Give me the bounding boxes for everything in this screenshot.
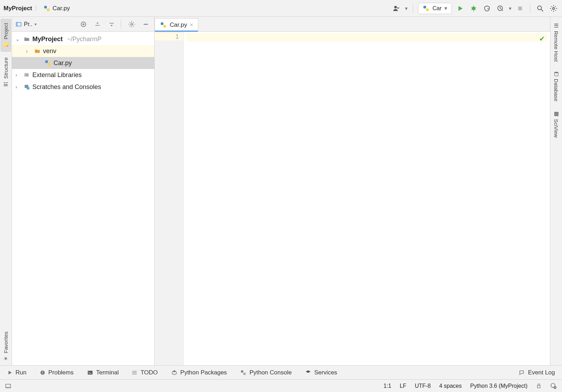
caret-position[interactable]: 1:1 — [383, 383, 391, 389]
left-tool-rail: 📁 Project ☴ Structure ★ Favorites — [0, 17, 12, 365]
project-panel-title-text: Pr.. — [24, 21, 32, 27]
svg-point-47 — [132, 372, 133, 373]
run-tool-tab[interactable]: Run — [7, 369, 26, 376]
tree-item-label: Car.py — [54, 59, 72, 67]
debug-button[interactable] — [469, 4, 479, 13]
python-interpreter[interactable]: Python 3.6 (MyProject) — [470, 383, 527, 389]
toolbar-right: ▾ Car ▾ ▾ — [392, 3, 558, 14]
svg-rect-36 — [161, 23, 164, 25]
file-encoding[interactable]: UTF-8 — [415, 383, 431, 389]
breadcrumb-project[interactable]: MyProject — [4, 5, 32, 12]
vcs-user-icon[interactable] — [392, 4, 401, 13]
svg-line-14 — [500, 8, 501, 9]
event-log-tool-tab[interactable]: Event Log — [519, 369, 555, 376]
right-tool-rail: ☰ Remote Host Database ▦ SciView — [550, 17, 562, 365]
chevron-right-icon: › — [15, 84, 21, 90]
chevron-down-icon: ⌄ — [15, 36, 21, 42]
panel-settings-button[interactable] — [127, 19, 137, 29]
svg-rect-33 — [27, 73, 28, 77]
run-tool-label: Run — [15, 369, 26, 376]
ide-status-icon[interactable] — [550, 382, 557, 390]
project-tool-tab[interactable]: 📁 Project — [1, 19, 11, 52]
terminal-tool-label: Terminal — [96, 369, 119, 376]
tree-root-name: MyProject — [32, 36, 63, 43]
settings-button[interactable] — [549, 4, 558, 13]
project-panel-title[interactable]: Pr.. ▾ — [15, 21, 37, 27]
inspection-ok-icon[interactable]: ✔ — [539, 34, 545, 43]
tree-item-carpy[interactable]: Car.py — [12, 57, 154, 69]
top-toolbar: MyProject 〉 Car.py ▾ Car ▾ ▾ — [0, 0, 562, 17]
run-button[interactable] — [455, 4, 465, 13]
favorites-tool-tab[interactable]: ★ Favorites — [1, 328, 10, 365]
editor-body[interactable]: 1 ✔ — [155, 32, 550, 365]
chevron-right-icon: › — [15, 72, 21, 78]
problems-tool-tab[interactable]: Problems — [40, 369, 74, 376]
structure-tool-tab[interactable]: ☴ Structure — [1, 54, 10, 91]
chevron-right-icon: › — [26, 48, 32, 54]
python-file-icon — [44, 59, 51, 67]
indent-setting[interactable]: 4 spaces — [439, 383, 462, 389]
database-tool-tab[interactable]: Database — [552, 68, 561, 105]
line-separator[interactable]: LF — [400, 383, 406, 389]
project-panel: Pr.. ▾ ⌄ — [12, 17, 155, 365]
status-bar: 1:1 LF UTF-8 4 spaces Python 3.6 (MyProj… — [0, 379, 562, 392]
breadcrumbs: MyProject 〉 Car.py — [4, 4, 70, 13]
profile-button[interactable] — [495, 4, 505, 13]
remote-host-icon: ☰ — [554, 23, 558, 29]
project-tree: ⌄ MyProject ~/PycharmP › venv Car.py — [12, 32, 154, 365]
svg-rect-28 — [45, 61, 48, 63]
tree-item-external-libraries[interactable]: › External Libraries — [12, 69, 154, 81]
svg-line-10 — [471, 9, 472, 10]
chevron-down-icon[interactable]: ▾ — [509, 5, 512, 12]
database-label: Database — [553, 79, 559, 101]
svg-rect-53 — [537, 385, 540, 388]
svg-rect-50 — [243, 373, 246, 375]
svg-rect-40 — [43, 371, 43, 373]
svg-line-17 — [541, 9, 543, 11]
collapse-all-button[interactable] — [107, 19, 117, 29]
hide-panel-button[interactable] — [141, 19, 151, 29]
sciview-tool-tab[interactable]: ▦ SciView — [552, 107, 561, 141]
tool-windows-toggle-icon[interactable] — [5, 383, 11, 389]
svg-rect-31 — [25, 73, 26, 77]
svg-point-38 — [554, 72, 558, 73]
services-label: Services — [314, 369, 337, 376]
python-file-icon — [43, 5, 50, 12]
chevron-down-icon[interactable]: ▾ — [405, 5, 408, 12]
tree-item-scratches[interactable]: › Scratches and Consoles — [12, 81, 154, 93]
run-config-selector[interactable]: Car ▾ — [418, 3, 452, 14]
tree-item-venv[interactable]: › venv — [12, 45, 154, 57]
problems-tool-label: Problems — [48, 369, 74, 376]
svg-rect-49 — [241, 370, 244, 373]
svg-point-16 — [538, 6, 542, 10]
svg-rect-52 — [6, 387, 11, 388]
todo-tool-tab[interactable]: TODO — [132, 369, 158, 376]
services-tool-tab[interactable]: Services — [305, 369, 337, 376]
terminal-tool-tab[interactable]: Terminal — [87, 369, 119, 376]
editor-tab[interactable]: Car.py × — [155, 18, 198, 31]
run-coverage-button[interactable] — [482, 4, 492, 13]
remote-host-tool-tab[interactable]: ☰ Remote Host — [552, 19, 561, 65]
svg-rect-41 — [43, 373, 43, 374]
star-icon: ★ — [4, 355, 8, 362]
svg-rect-30 — [24, 74, 25, 77]
svg-line-9 — [475, 7, 476, 8]
tree-item-label: External Libraries — [32, 71, 82, 79]
expand-all-button[interactable] — [93, 19, 102, 29]
close-tab-button[interactable]: × — [190, 22, 193, 28]
project-panel-header: Pr.. ▾ — [12, 17, 154, 32]
tree-root[interactable]: ⌄ MyProject ~/PycharmP — [12, 33, 154, 45]
search-everywhere-button[interactable] — [535, 4, 545, 13]
readonly-toggle-icon[interactable] — [536, 383, 542, 389]
svg-point-48 — [132, 374, 133, 374]
panel-divider — [121, 20, 121, 29]
breadcrumb-file[interactable]: Car.py — [52, 5, 70, 12]
chevron-down-icon: ▾ — [444, 5, 447, 12]
todo-tool-label: TODO — [140, 369, 158, 376]
svg-rect-1 — [47, 8, 50, 11]
code-area[interactable] — [183, 32, 550, 365]
python-packages-tool-tab[interactable]: Python Packages — [171, 369, 227, 376]
python-console-tool-tab[interactable]: Python Console — [240, 369, 292, 376]
scratches-icon — [23, 84, 30, 90]
select-opened-file-button[interactable] — [79, 19, 88, 29]
